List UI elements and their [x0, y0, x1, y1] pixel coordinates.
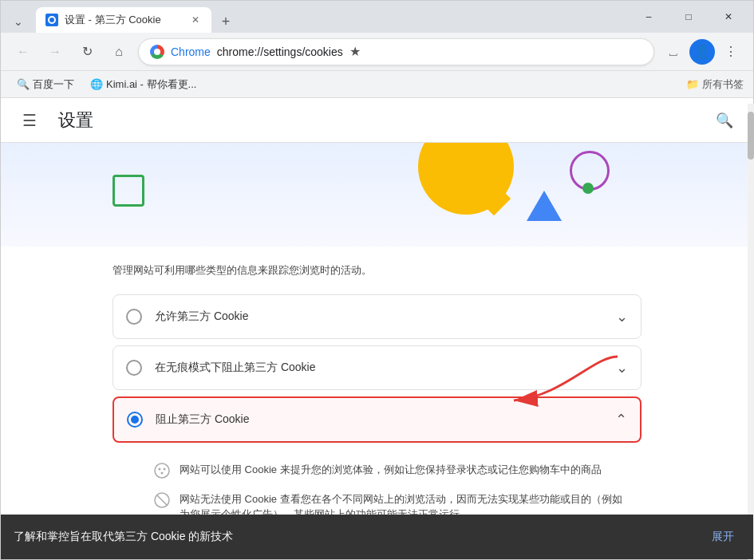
tab-title: 设置 - 第三方 Cookie	[65, 13, 161, 27]
minimize-button[interactable]: –	[630, 4, 667, 30]
settings-content[interactable]: 管理网站可利用哪些类型的信息来跟踪您浏览时的活动。 允许第三方 Cookie ⌄…	[1, 143, 753, 559]
bookmark-star-icon[interactable]: ★	[349, 44, 361, 59]
allow-chevron-icon: ⌄	[616, 308, 628, 325]
nav-bar: ← → ↻ ⌂ Chrome chrome://settings/cookies…	[1, 33, 753, 71]
allow-cookies-option[interactable]: 允许第三方 Cookie ⌄	[113, 294, 641, 339]
window-controls: – □ ✕	[630, 4, 747, 33]
address-url: chrome://settings/cookies	[217, 45, 343, 58]
incognito-cookies-label: 在无痕模式下阻止第三方 Cookie	[155, 361, 616, 375]
cookie-options-section: 管理网站可利用哪些类型的信息来跟踪您浏览时的活动。 允许第三方 Cookie ⌄…	[1, 246, 753, 559]
sidebar-toggle-button[interactable]: ☰	[14, 105, 45, 136]
cookie-blocked-icon	[154, 492, 170, 508]
scrollbar-thumb[interactable]	[748, 112, 754, 160]
bookmark-kimi-label: Kimi.ai - 帮你看更...	[106, 77, 196, 92]
expanded-item-1: 网站可以使用 Cookie 来提升您的浏览体验，例如让您保持登录状态或记住您购物…	[154, 455, 629, 485]
browser-window: ⌄ 设置 - 第三方 Cookie ✕ + – □ ✕ ← → ↻ ⌂ Chro…	[0, 0, 754, 560]
block-cookies-label: 阻止第三方 Cookie	[156, 412, 615, 427]
bookmark-baidu-label: 百度一下	[33, 77, 74, 92]
active-tab[interactable]: 设置 - 第三方 Cookie ✕	[36, 7, 211, 33]
all-bookmarks-button[interactable]: 📁 所有书签	[686, 77, 744, 92]
back-button[interactable]: ←	[10, 39, 36, 65]
hamburger-icon: ☰	[22, 111, 37, 130]
blue-triangle-shape	[527, 191, 562, 221]
close-button[interactable]: ✕	[710, 4, 747, 30]
svg-point-4	[161, 471, 164, 474]
scrollbar-track	[748, 104, 754, 560]
settings-header: ☰ 设置 🔍	[1, 98, 753, 143]
incognito-radio-button[interactable]	[126, 360, 142, 376]
allow-cookies-label: 允许第三方 Cookie	[155, 310, 616, 324]
allow-radio-button[interactable]	[126, 309, 142, 325]
title-bar: ⌄ 设置 - 第三方 Cookie ✕ + – □ ✕	[1, 1, 753, 33]
notification-expand-button[interactable]: 展开	[705, 523, 740, 550]
incognito-cookies-option[interactable]: 在无痕模式下阻止第三方 Cookie ⌄	[113, 345, 641, 390]
tab-close-button[interactable]: ✕	[189, 14, 202, 26]
bookmark-kimi-icon: 🌐	[90, 78, 103, 90]
notification-text: 了解和掌控旨在取代第三方 Cookie 的新技术	[14, 530, 693, 544]
address-bar[interactable]: Chrome chrome://settings/cookies ★	[138, 38, 654, 65]
incognito-chevron-icon: ⌄	[616, 359, 628, 377]
nav-icons: ⎵ 👤 ⋮	[661, 39, 744, 65]
bookmarks-bar: 🔍 百度一下 🌐 Kimi.ai - 帮你看更... 📁 所有书签	[1, 71, 753, 98]
menu-button[interactable]: ⋮	[718, 39, 744, 65]
profile-button[interactable]: 👤	[689, 39, 715, 65]
svg-point-1	[155, 463, 169, 478]
search-icon: 🔍	[716, 112, 733, 129]
settings-page-title: 设置	[58, 108, 696, 132]
chrome-logo-icon	[150, 45, 164, 59]
expanded-item-1-text: 网站可以使用 Cookie 来提升您的浏览体验，例如让您保持登录状态或记住您购物…	[180, 462, 602, 478]
cookie-positive-icon	[154, 463, 170, 479]
green-square-shape	[113, 175, 144, 207]
tab-favicon	[45, 14, 58, 26]
svg-point-3	[164, 467, 166, 470]
chrome-label: Chrome	[171, 45, 211, 58]
extensions-button[interactable]: ⎵	[661, 39, 686, 65]
tab-list-button[interactable]: ⌄	[7, 10, 30, 33]
bookmark-baidu-icon: 🔍	[17, 78, 30, 90]
bookmarks-folder-icon: 📁	[686, 78, 699, 90]
svg-point-2	[159, 467, 161, 470]
notification-bar: 了解和掌控旨在取代第三方 Cookie 的新技术 展开	[1, 515, 753, 559]
svg-line-6	[157, 495, 167, 505]
maximize-button[interactable]: □	[670, 4, 707, 30]
all-bookmarks-label: 所有书签	[702, 77, 744, 92]
settings-page: ☰ 设置 🔍 管理网站可利用哪些类型的信息来跟踪您浏览时的活动。	[1, 98, 753, 559]
block-chevron-icon: ⌃	[615, 411, 627, 428]
settings-search-button[interactable]: 🔍	[709, 105, 740, 136]
home-button[interactable]: ⌂	[106, 39, 132, 65]
bookmark-kimi[interactable]: 🌐 Kimi.ai - 帮你看更...	[84, 74, 203, 95]
block-radio-button[interactable]	[127, 412, 143, 428]
new-tab-button[interactable]: +	[215, 10, 237, 33]
forward-button[interactable]: →	[42, 39, 68, 65]
refresh-button[interactable]: ↻	[74, 39, 100, 65]
block-cookies-option[interactable]: 阻止第三方 Cookie ⌃	[113, 396, 641, 443]
bookmark-baidu[interactable]: 🔍 百度一下	[10, 74, 81, 95]
green-dot-shape	[582, 183, 594, 194]
cookie-description: 管理网站可利用哪些类型的信息来跟踪您浏览时的活动。	[113, 262, 641, 278]
cookie-illustration	[1, 143, 753, 246]
